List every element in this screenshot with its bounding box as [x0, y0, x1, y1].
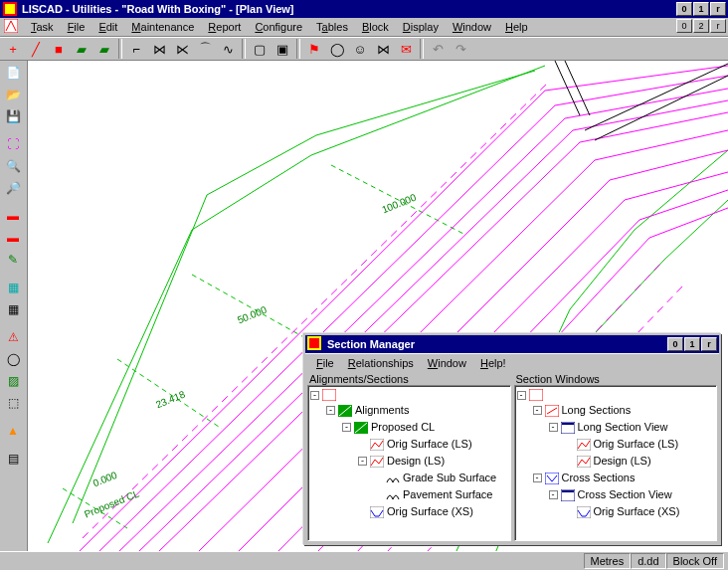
tool-doc-icon[interactable]: ▰	[71, 39, 92, 59]
tree-toggle-icon[interactable]: -	[358, 457, 367, 466]
grid2-icon[interactable]: ▦	[2, 299, 24, 319]
zoom-in-icon[interactable]: 🔍	[2, 156, 24, 176]
tree-label: Design (LS)	[387, 453, 445, 470]
tree-node[interactable]: -Long Section View	[517, 419, 715, 436]
menu-report[interactable]: Report	[201, 20, 248, 34]
tool-box1-icon[interactable]: ▢	[249, 39, 271, 59]
alignments-tree[interactable]: --Alignments-Proposed CLOrig Surface (LS…	[307, 385, 511, 541]
tree-toggle-icon[interactable]: -	[326, 406, 335, 415]
close-button[interactable]: r	[710, 2, 726, 16]
tree-toggle-icon[interactable]: -	[517, 391, 526, 400]
section-manager-window[interactable]: Section Manager 0 1 r File Relationships…	[303, 333, 721, 545]
tool-person-icon[interactable]: ☺	[349, 39, 371, 59]
chart-icon[interactable]: ▤	[2, 449, 24, 469]
sm-menu-relationships[interactable]: Relationships	[341, 356, 421, 370]
zoom-out-icon[interactable]: 🔎	[2, 178, 24, 198]
tool-rect-icon[interactable]: ■	[48, 39, 70, 59]
open-icon[interactable]: 📂	[2, 85, 24, 104]
warn-icon[interactable]: ⚠	[2, 327, 24, 347]
tree-node[interactable]: Orig Surface (LS)	[517, 436, 715, 453]
fit-icon[interactable]: ⛶	[2, 134, 24, 154]
tree-node[interactable]: Design (LS)	[517, 453, 715, 470]
menu-edit[interactable]: Edit	[91, 20, 124, 34]
svg-rect-19	[562, 490, 574, 492]
tree-node[interactable]: -	[310, 388, 508, 402]
menu-display[interactable]: Display	[396, 20, 446, 34]
tool-flag-icon[interactable]: ⚑	[303, 39, 325, 59]
tree-toggle-icon[interactable]: -	[342, 423, 351, 432]
mdi-minimize-button[interactable]: 0	[676, 19, 692, 33]
sm-maximize-button[interactable]: 1	[684, 337, 700, 351]
mdi-restore-button[interactable]: 2	[693, 19, 709, 33]
sm-minimize-button[interactable]: 0	[667, 337, 683, 351]
tree-node[interactable]: Pavement Surface	[310, 486, 508, 503]
view-icon	[560, 421, 576, 435]
tree-label: Cross Section View	[578, 486, 672, 503]
tree-toggle-icon[interactable]: -	[533, 406, 542, 415]
menu-block[interactable]: Block	[355, 20, 396, 34]
menu-file[interactable]: File	[61, 20, 92, 34]
tree-label: Long Sections	[562, 402, 632, 419]
section-windows-tree[interactable]: --Long Sections-Long Section ViewOrig Su…	[514, 385, 718, 541]
menu-task[interactable]: Task	[24, 20, 61, 34]
tree-node[interactable]: -Alignments	[310, 402, 508, 419]
tree-node[interactable]: -	[517, 388, 715, 402]
tree-label: Cross Sections	[562, 470, 636, 486]
tool-box2-icon[interactable]: ▣	[272, 39, 293, 59]
tool-redo-icon[interactable]: ↷	[450, 39, 471, 59]
tree-toggle-icon[interactable]: -	[310, 391, 319, 400]
tool-line-icon[interactable]: ╱	[25, 39, 47, 59]
tree-node[interactable]: -Proposed CL	[310, 419, 508, 436]
menu-tables[interactable]: Tables	[309, 20, 355, 34]
sm-menu-file[interactable]: File	[309, 356, 341, 370]
maximize-button[interactable]: 1	[693, 2, 709, 16]
tree-toggle-icon[interactable]: -	[533, 474, 542, 482]
tool-curve-icon[interactable]: ∿	[217, 39, 239, 59]
tool-node1-icon[interactable]: ⋈	[148, 39, 170, 59]
sm-menu-help[interactable]: Help!	[473, 356, 513, 370]
tool-doc2-icon[interactable]: ▰	[93, 39, 115, 59]
tree-node[interactable]: -Cross Section View	[517, 486, 715, 503]
mdi-close-button[interactable]: r	[710, 19, 726, 33]
menu-window[interactable]: Window	[446, 20, 498, 34]
layer2-icon[interactable]: ▬	[2, 228, 24, 248]
tree-node[interactable]: Orig Surface (XS)	[517, 503, 715, 520]
toolbar-separator	[242, 39, 246, 59]
menu-configure[interactable]: Configure	[248, 20, 309, 34]
minimize-button[interactable]: 0	[676, 2, 692, 16]
mdi-icon[interactable]	[4, 19, 18, 35]
tool-a-icon[interactable]: ⬚	[2, 393, 24, 413]
new-icon[interactable]: 📄	[2, 63, 24, 83]
tool-mail-icon[interactable]: ✉	[395, 39, 417, 59]
tool-arc-icon[interactable]: ⌒	[194, 39, 216, 59]
tool-seg-icon[interactable]: ⌐	[125, 39, 147, 59]
tree-node[interactable]: Grade Sub Surface	[310, 470, 508, 486]
tool-point-icon[interactable]: +	[2, 39, 24, 59]
pencil-icon[interactable]: ✎	[2, 250, 24, 270]
sm-menu-window[interactable]: Window	[421, 356, 473, 370]
tree-toggle-icon[interactable]: -	[549, 490, 558, 499]
tool-net-icon[interactable]: ⋈	[372, 39, 394, 59]
menu-maintenance[interactable]: Maintenance	[124, 20, 201, 34]
section-windows-panel: Section Windows --Long Sections-Long Sec…	[514, 373, 718, 541]
tool-circle-icon[interactable]: ◯	[326, 39, 348, 59]
tree-node[interactable]: Orig Surface (LS)	[310, 436, 508, 453]
circle2-icon[interactable]: ◯	[2, 349, 24, 369]
sm-close-button[interactable]: r	[701, 337, 717, 351]
tree-node[interactable]: Orig Surface (XS)	[310, 503, 508, 520]
menu-help[interactable]: Help	[498, 20, 535, 34]
section-manager-titlebar[interactable]: Section Manager 0 1 r	[305, 335, 719, 353]
tree-node[interactable]: -Design (LS)	[310, 453, 508, 470]
save-icon[interactable]: 💾	[2, 106, 24, 126]
grid1-icon[interactable]: ▦	[2, 278, 24, 297]
main-menubar: Task File Edit Maintenance Report Config…	[0, 18, 728, 37]
hatch-icon[interactable]: ▨	[2, 371, 24, 391]
tree-node[interactable]: -Cross Sections	[517, 470, 715, 486]
tree-node[interactable]: -Long Sections	[517, 402, 715, 419]
tool-node2-icon[interactable]: ⋉	[171, 39, 193, 59]
tree-toggle-icon[interactable]: -	[549, 423, 558, 432]
app2-icon[interactable]: ▲	[2, 421, 24, 441]
layer1-icon[interactable]: ▬	[2, 206, 24, 226]
window-title: LISCAD - Utilities - "Road With Boxing" …	[22, 3, 676, 15]
tool-undo-icon[interactable]: ↶	[427, 39, 449, 59]
